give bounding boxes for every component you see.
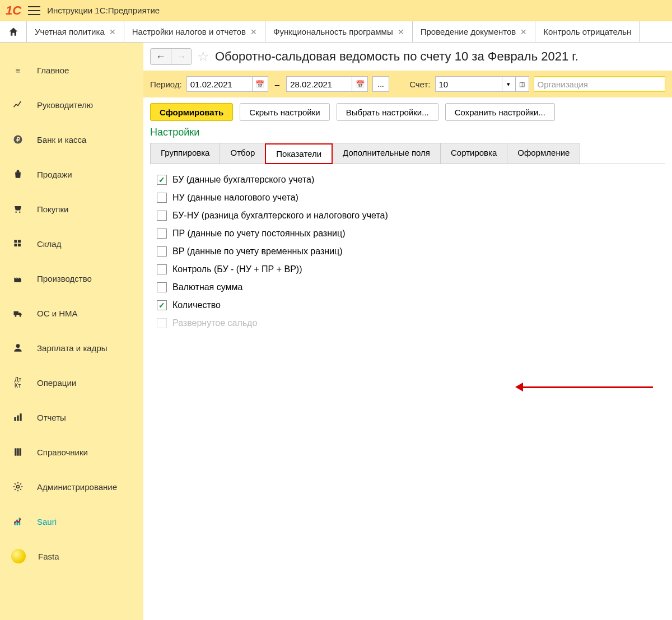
sidebar-item-reports[interactable]: Отчеты	[0, 400, 143, 435]
forward-button[interactable]: →	[171, 49, 191, 64]
checkbox[interactable]	[157, 264, 167, 274]
choose-settings-button[interactable]: Выбрать настройки...	[337, 103, 438, 121]
tab-documents[interactable]: Проведение документов✕	[413, 21, 536, 42]
tab-accounting-policy[interactable]: Учетная политика✕	[27, 21, 124, 42]
svg-rect-4	[14, 240, 17, 243]
menu-icon[interactable]	[28, 6, 40, 15]
svg-rect-14	[15, 448, 16, 455]
tab-tax-settings[interactable]: Настройки налогов и отчетов✕	[124, 21, 265, 42]
save-settings-button[interactable]: Сохранить настройки...	[445, 103, 555, 121]
org-placeholder: Организация	[538, 80, 588, 89]
indicator-row[interactable]: ПР (данные по учету постоянных разниц)	[157, 225, 659, 243]
checkbox[interactable]	[157, 229, 167, 239]
tab-functionality[interactable]: Функциональность программы✕	[265, 21, 413, 42]
sidebar-label: Покупки	[37, 204, 68, 214]
tabbar: Учетная политика✕ Настройки налогов и от…	[0, 21, 672, 43]
checkbox[interactable]	[157, 246, 167, 257]
indicator-row[interactable]: БУ-НУ (разница бухгалтерского и налогово…	[157, 207, 659, 225]
checkbox[interactable]	[157, 211, 167, 221]
calendar-icon[interactable]: 📅	[352, 76, 368, 92]
sidebar-item-hr[interactable]: Зарплата и кадры	[0, 330, 143, 365]
sidebar-label: Производство	[37, 274, 92, 283]
date-from-input[interactable]	[186, 76, 253, 92]
hide-settings-button[interactable]: Скрыть настройки	[240, 103, 329, 121]
list-icon: ≡	[11, 63, 25, 77]
period-picker-button[interactable]: ...	[372, 76, 389, 92]
button-bar: Сформировать Скрыть настройки Выбрать на…	[143, 97, 672, 127]
indicator-row: Развернутое сальдо	[157, 314, 659, 332]
sidebar-item-manager[interactable]: Руководителю	[0, 87, 143, 122]
close-icon[interactable]: ✕	[250, 27, 257, 36]
title-row: ← → ☆ Оборотно-сальдовая ведомость по сч…	[143, 43, 672, 71]
svg-rect-11	[14, 417, 16, 421]
indicator-label: ВР (данные по учету временных разниц)	[172, 246, 343, 257]
sidebar-item-operations[interactable]: ДтКтОперации	[0, 365, 143, 400]
books-icon	[11, 445, 25, 459]
tab-filter[interactable]: Отбор	[220, 143, 265, 164]
filter-bar: Период: 📅 – 📅 ... Счет: ▾ ◫ Организация	[143, 71, 672, 97]
open-icon[interactable]: ◫	[516, 76, 529, 92]
indicator-row[interactable]: НУ (данные налогового учета)	[157, 189, 659, 207]
bag-icon	[11, 167, 25, 181]
tab-design[interactable]: Оформление	[507, 143, 580, 164]
indicator-row[interactable]: ✓Количество	[157, 296, 659, 314]
organization-field[interactable]: Организация	[534, 76, 666, 92]
sidebar-item-assets[interactable]: ОС и НМА	[0, 296, 143, 330]
svg-text:₽: ₽	[16, 136, 20, 143]
sidebar-item-purchases[interactable]: Покупки	[0, 192, 143, 226]
sidebar-item-fasta[interactable]: Fasta	[0, 539, 143, 574]
sidebar-item-warehouse[interactable]: Склад	[0, 226, 143, 261]
sidebar-item-main[interactable]: ≡Главное	[0, 53, 143, 87]
calendar-icon[interactable]: 📅	[253, 76, 268, 92]
indicator-label: ПР (данные по учету постоянных разниц)	[172, 229, 345, 239]
tab-sorting[interactable]: Сортировка	[440, 143, 507, 164]
svg-point-10	[16, 344, 20, 348]
close-icon[interactable]: ✕	[520, 27, 527, 36]
checkbox[interactable]: ✓	[157, 300, 167, 310]
settings-tabs: Группировка Отбор Показатели Дополнитель…	[150, 143, 665, 164]
generate-button[interactable]: Сформировать	[150, 103, 233, 121]
tab-negative-control[interactable]: Контроль отрицательн	[535, 21, 640, 42]
sidebar-label: Банк и касса	[37, 135, 86, 144]
period-label: Период:	[150, 80, 182, 89]
sidebar-item-bank[interactable]: ₽Банк и касса	[0, 122, 143, 157]
sidebar-item-production[interactable]: Производство	[0, 261, 143, 296]
sidebar-item-admin[interactable]: Администрирование	[0, 469, 143, 504]
back-button[interactable]: ←	[151, 49, 171, 64]
logo-1c: 1C	[6, 3, 21, 18]
svg-rect-7	[18, 244, 21, 246]
account-label: Счет:	[409, 80, 430, 89]
svg-rect-16	[20, 448, 21, 455]
indicator-list: ✓БУ (данные бухгалтерского учета)НУ (дан…	[143, 164, 672, 339]
indicator-label: БУ-НУ (разница бухгалтерского и налогово…	[172, 211, 388, 221]
svg-rect-15	[17, 448, 18, 455]
indicator-row[interactable]: Контроль (БУ - (НУ + ПР + ВР))	[157, 260, 659, 278]
home-tab[interactable]	[0, 21, 27, 42]
tab-additional-fields[interactable]: Дополнительные поля	[332, 143, 441, 164]
sidebar-item-sauri[interactable]: Sauri	[0, 504, 143, 539]
sidebar-label: ОС и НМА	[37, 309, 78, 318]
checkbox[interactable]: ✓	[157, 175, 167, 185]
indicator-label: БУ (данные бухгалтерского учета)	[172, 175, 314, 185]
person-icon	[11, 341, 25, 355]
sidebar-label: Склад	[37, 239, 61, 249]
dropdown-icon[interactable]: ▾	[502, 76, 516, 92]
tab-label: Контроль отрицательн	[543, 27, 631, 36]
sidebar-item-catalogs[interactable]: Справочники	[0, 435, 143, 469]
indicator-label: Валютная сумма	[172, 282, 242, 292]
date-to-input[interactable]	[286, 76, 352, 92]
checkbox[interactable]	[157, 193, 167, 203]
sidebar: ≡Главное Руководителю ₽Банк и касса Прод…	[0, 43, 143, 620]
account-input[interactable]	[435, 76, 502, 92]
checkbox[interactable]	[157, 282, 167, 292]
favorite-icon[interactable]: ☆	[197, 49, 209, 64]
tab-indicators[interactable]: Показатели	[265, 143, 333, 164]
indicator-row[interactable]: ✓БУ (данные бухгалтерского учета)	[157, 171, 659, 189]
sidebar-item-sales[interactable]: Продажи	[0, 157, 143, 192]
close-icon[interactable]: ✕	[109, 27, 116, 36]
close-icon[interactable]: ✕	[398, 27, 404, 36]
app-title: Инструкции 1С:Предприятие	[47, 6, 160, 15]
tab-grouping[interactable]: Группировка	[150, 143, 220, 164]
indicator-row[interactable]: Валютная сумма	[157, 278, 659, 296]
indicator-row[interactable]: ВР (данные по учету временных разниц)	[157, 243, 659, 260]
